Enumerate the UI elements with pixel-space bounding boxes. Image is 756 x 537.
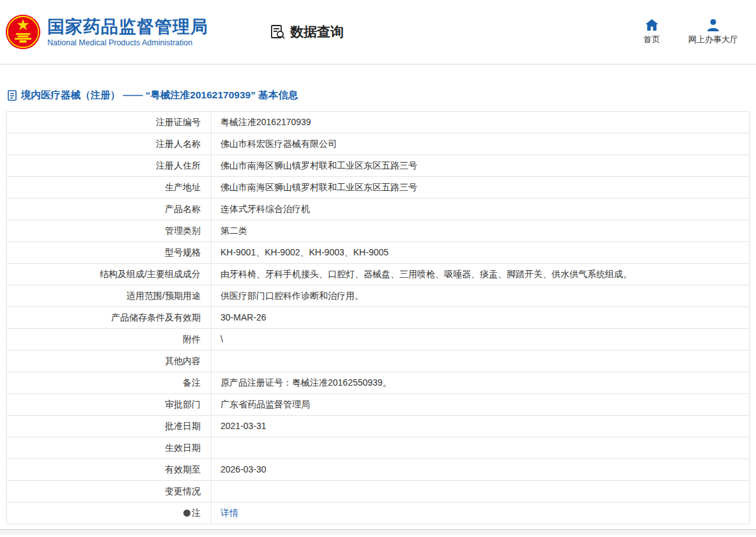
national-emblem-logo bbox=[5, 14, 41, 50]
row-value: 第二类 bbox=[212, 220, 750, 242]
row-value: 连体式牙科综合治疗机 bbox=[212, 199, 750, 220]
row-label: 其他内容 bbox=[7, 351, 212, 372]
row-label: 批准日期 bbox=[7, 416, 212, 437]
row-label: 附件 bbox=[7, 329, 212, 351]
row-label: 有效期至 bbox=[7, 459, 212, 481]
person-icon bbox=[706, 19, 720, 31]
row-value bbox=[212, 481, 750, 503]
brand: 国家药品监督管理局 National Medical Products Admi… bbox=[5, 14, 208, 50]
row-label: 注册人住所 bbox=[7, 155, 212, 177]
row-value: 广东省药品监督管理局 bbox=[212, 394, 750, 416]
table-row: 产品储存条件及有效期30-MAR-26 bbox=[7, 307, 750, 329]
row-label: 型号规格 bbox=[7, 242, 212, 264]
brand-text: 国家药品监督管理局 National Medical Products Admi… bbox=[47, 17, 208, 47]
row-label: 结构及组成/主要组成成分 bbox=[7, 264, 212, 285]
table-row: 注册证编号粤械注准20162170939 bbox=[7, 112, 750, 133]
row-label: 生产地址 bbox=[7, 177, 212, 199]
data-query-label: 数据查询 bbox=[290, 23, 344, 41]
table-row: 备注原产品注册证号：粤械注准20162550939。 bbox=[7, 372, 750, 394]
breadcrumb: 境内医疗器械（注册） —— “粤械注准20162170939” 基本信息 bbox=[8, 89, 756, 102]
dot-icon bbox=[183, 510, 190, 517]
row-label: 注册证编号 bbox=[7, 112, 212, 133]
row-value: 佛山市南海区狮山镇罗村联和工业区东区五路三号 bbox=[212, 177, 750, 199]
row-value: 原产品注册证号：粤械注准20162550939。 bbox=[212, 372, 750, 394]
row-label: 产品储存条件及有效期 bbox=[7, 307, 212, 329]
row-value: 详情 bbox=[212, 503, 750, 524]
row-value bbox=[212, 437, 750, 459]
top-nav: 首页 网上办事大厅 bbox=[644, 19, 738, 45]
org-title-en: National Medical Products Administration bbox=[47, 38, 208, 47]
nav-home-label: 首页 bbox=[644, 34, 660, 45]
row-label: 注册人名称 bbox=[7, 133, 212, 155]
table-row: 管理类别第二类 bbox=[7, 220, 750, 242]
table-row: 批准日期2021-03-31 bbox=[7, 416, 750, 437]
row-value: 佛山市科宏医疗器械有限公司 bbox=[212, 133, 750, 155]
row-label: 备注 bbox=[7, 372, 212, 394]
data-query-link[interactable]: 数据查询 bbox=[270, 23, 344, 41]
row-label: 变更情况 bbox=[7, 481, 212, 503]
nav-service-hall-label: 网上办事大厅 bbox=[688, 34, 738, 45]
table-row: 生效日期 bbox=[7, 437, 750, 459]
table-row: 变更情况 bbox=[7, 481, 750, 503]
document-icon bbox=[8, 90, 17, 101]
table-row: 型号规格KH-9001、KH-9002、KH-9003、KH-9005 bbox=[7, 242, 750, 264]
row-value bbox=[212, 351, 750, 372]
registration-detail-table: 注册证编号粤械注准20162170939注册人名称佛山市科宏医疗器械有限公司注册… bbox=[6, 111, 750, 524]
row-label: 管理类别 bbox=[7, 220, 212, 242]
nav-service-hall[interactable]: 网上办事大厅 bbox=[688, 19, 738, 45]
row-label: 产品名称 bbox=[7, 199, 212, 220]
row-value: 粤械注准20162170939 bbox=[212, 112, 750, 133]
data-query-icon bbox=[270, 24, 286, 40]
table-row: 附件\ bbox=[7, 329, 750, 351]
row-value: 佛山市南海区狮山镇罗村联和工业区东区五路三号 bbox=[212, 155, 750, 177]
table-row: 结构及组成/主要组成成分由牙科椅、牙科手机接头、口腔灯、器械盘、三用喷枪、吸唾器… bbox=[7, 264, 750, 285]
table-row: 审批部门广东省药品监督管理局 bbox=[7, 394, 750, 416]
row-value: 2021-03-31 bbox=[212, 416, 750, 437]
row-label: 适用范围/预期用途 bbox=[7, 285, 212, 307]
table-row: 适用范围/预期用途供医疗部门口腔科作诊断和治疗用。 bbox=[7, 285, 750, 307]
org-title-cn: 国家药品监督管理局 bbox=[47, 17, 208, 37]
table-row: 有效期至2026-03-30 bbox=[7, 459, 750, 481]
detail-link[interactable]: 详情 bbox=[220, 508, 238, 518]
table-row: 产品名称连体式牙科综合治疗机 bbox=[7, 199, 750, 220]
page-footer-divider bbox=[0, 529, 756, 534]
site-header: 国家药品监督管理局 National Medical Products Admi… bbox=[0, 0, 756, 64]
row-label: 注 bbox=[7, 503, 212, 524]
table-row: 注册人住所佛山市南海区狮山镇罗村联和工业区东区五路三号 bbox=[7, 155, 750, 177]
home-icon bbox=[645, 19, 659, 31]
table-row: 注册人名称佛山市科宏医疗器械有限公司 bbox=[7, 133, 750, 155]
row-value: 2026-03-30 bbox=[212, 459, 750, 481]
row-value: 由牙科椅、牙科手机接头、口腔灯、器械盘、三用喷枪、吸唾器、痰盂、脚踏开关、供水供… bbox=[212, 264, 750, 285]
row-value: \ bbox=[212, 329, 750, 351]
row-label: 审批部门 bbox=[7, 394, 212, 416]
header-divider bbox=[0, 64, 756, 64]
row-value: 供医疗部门口腔科作诊断和治疗用。 bbox=[212, 285, 750, 307]
table-row: 注详情 bbox=[7, 503, 750, 524]
table-row: 其他内容 bbox=[7, 351, 750, 372]
page-title: 境内医疗器械（注册） —— “粤械注准20162170939” 基本信息 bbox=[21, 89, 298, 102]
nav-home[interactable]: 首页 bbox=[644, 19, 660, 45]
row-value: 30-MAR-26 bbox=[212, 307, 750, 329]
row-label: 生效日期 bbox=[7, 437, 212, 459]
row-value: KH-9001、KH-9002、KH-9003、KH-9005 bbox=[212, 242, 750, 264]
table-row: 生产地址佛山市南海区狮山镇罗村联和工业区东区五路三号 bbox=[7, 177, 750, 199]
